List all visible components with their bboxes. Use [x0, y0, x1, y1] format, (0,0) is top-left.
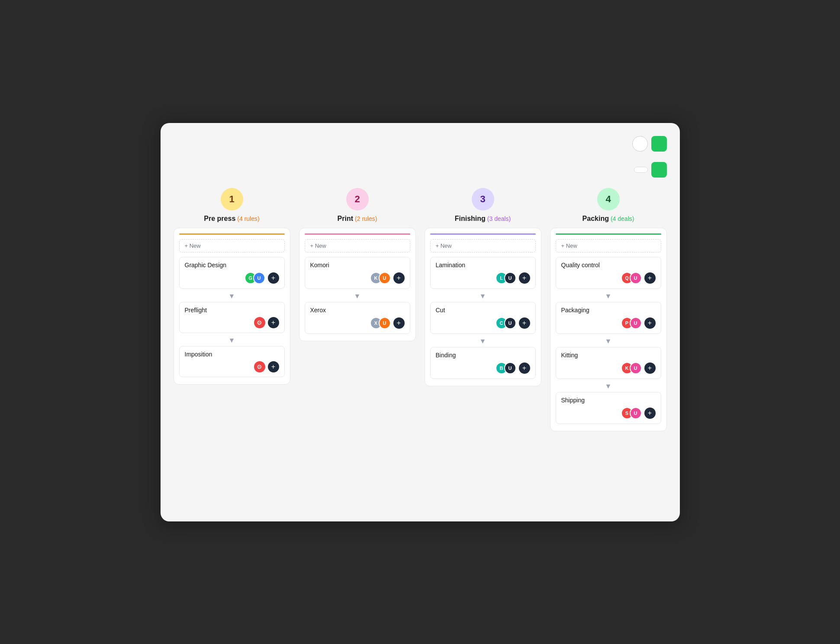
avatar-stack-finishing-0: LU [496, 272, 516, 284]
gear-icon[interactable]: ⚙ [254, 317, 265, 328]
help-button[interactable] [632, 136, 648, 152]
accent-bar-finishing [430, 233, 536, 235]
card-print-0[interactable]: KomoriKU+ [305, 257, 410, 289]
add-assignee-button[interactable]: + [268, 361, 279, 372]
card-footer-print-0: KU+ [310, 272, 405, 284]
column-title-pre-press: Pre press [204, 215, 235, 222]
card-footer-packing-1: PU+ [561, 317, 656, 329]
avatar: U [630, 407, 642, 419]
arrow-down-icon: ▼ [430, 336, 536, 347]
add-to-workflow-button[interactable] [651, 162, 667, 178]
column-finishing: 3Finishing(3 deals)+ NewLaminationLU+▼Cu… [425, 188, 541, 431]
column-meta-pre-press: (4 rules) [237, 215, 259, 222]
card-footer-packing-2: KU+ [561, 362, 656, 374]
avatar: U [630, 272, 642, 284]
card-pre-press-1[interactable]: Preflight⚙+ [179, 302, 285, 333]
card-footer-pre-press-1: ⚙+ [185, 317, 279, 328]
card-print-1[interactable]: XeroxXU+ [305, 302, 410, 334]
add-assignee-button[interactable]: + [268, 317, 279, 328]
card-footer-packing-0: QU+ [561, 272, 656, 284]
arrow-down-icon: ▼ [556, 381, 661, 392]
new-button-print[interactable]: + New [305, 239, 410, 252]
card-finishing-0[interactable]: LaminationLU+ [430, 257, 536, 289]
card-footer-finishing-0: LU+ [436, 272, 530, 284]
card-pre-press-0[interactable]: Graphic DesignGU+ [179, 257, 285, 289]
add-assignee-button[interactable]: + [644, 272, 656, 284]
column-title-row-packing: Packing(4 deals) [550, 215, 667, 223]
avatar-stack-finishing-2: BU [496, 362, 516, 374]
new-button-packing[interactable]: + New [556, 239, 661, 252]
avatar-stack-packing-0: QU [621, 272, 642, 284]
step-circle-print: 2 [346, 188, 369, 210]
header [174, 136, 667, 152]
column-title-row-finishing: Finishing(3 deals) [425, 215, 541, 223]
card-packing-1[interactable]: PackagingPU+ [556, 302, 661, 334]
column-title-row-print: Print(2 rules) [299, 215, 416, 223]
column-title-packing: Packing [583, 215, 609, 222]
card-finishing-1[interactable]: CutCU+ [430, 302, 536, 334]
column-meta-packing: (4 deals) [611, 215, 634, 222]
arrow-down-icon: ▼ [556, 336, 661, 347]
add-assignee-button[interactable]: + [644, 362, 656, 374]
add-assignee-button[interactable]: + [268, 272, 279, 284]
avatar: U [504, 317, 516, 329]
accent-bar-packing [556, 233, 661, 235]
avatar: U [379, 317, 391, 329]
column-header-print: 2Print(2 rules) [299, 188, 416, 223]
new-button-finishing[interactable]: + New [430, 239, 536, 252]
card-packing-0[interactable]: Quality controlQU+ [556, 257, 661, 289]
arrow-down-icon: ▼ [556, 291, 661, 302]
main-window: 1Pre press(4 rules)+ NewGraphic DesignGU… [161, 123, 680, 521]
avatar: U [253, 272, 265, 284]
card-pre-press-2[interactable]: Imposition⚙+ [179, 346, 285, 377]
add-assignee-button[interactable]: + [644, 317, 656, 329]
add-assignee-button[interactable]: + [519, 362, 530, 374]
column-header-packing: 4Packing(4 deals) [550, 188, 667, 223]
add-assignee-button[interactable]: + [519, 272, 530, 284]
card-footer-print-1: XU+ [310, 317, 405, 329]
add-assignee-button[interactable]: + [393, 272, 405, 284]
card-packing-2[interactable]: KittingKU+ [556, 347, 661, 379]
card-footer-finishing-2: BU+ [436, 362, 530, 374]
workflow-selector [634, 162, 667, 178]
column-body-pre-press: + NewGraphic DesignGU+▼Preflight⚙+▼Impos… [174, 228, 290, 385]
card-title-finishing-2: Binding [436, 352, 530, 359]
arrow-down-icon: ▼ [179, 335, 285, 346]
card-title-pre-press-0: Graphic Design [185, 262, 279, 269]
step-circle-finishing: 3 [472, 188, 494, 210]
new-button-pre-press[interactable]: + New [179, 239, 285, 252]
column-print: 2Print(2 rules)+ NewKomoriKU+▼XeroxXU+ [299, 188, 416, 431]
card-packing-3[interactable]: ShippingSU+ [556, 392, 661, 424]
add-assignee-button[interactable]: + [393, 317, 405, 329]
card-finishing-2[interactable]: BindingBU+ [430, 347, 536, 379]
avatar-stack-packing-2: KU [621, 362, 642, 374]
card-footer-pre-press-2: ⚙+ [185, 361, 279, 372]
card-title-pre-press-2: Imposition [185, 351, 279, 358]
column-title-row-pre-press: Pre press(4 rules) [174, 215, 290, 223]
workflow-dropdown[interactable] [634, 167, 648, 173]
column-meta-print: (2 rules) [355, 215, 377, 222]
card-title-finishing-0: Lamination [436, 262, 530, 269]
column-body-print: + NewKomoriKU+▼XeroxXU+ [299, 228, 416, 341]
column-body-finishing: + NewLaminationLU+▼CutCU+▼BindingBU+ [425, 228, 541, 386]
avatar-stack-finishing-1: CU [496, 317, 516, 329]
avatar: U [630, 362, 642, 374]
step-circle-packing: 4 [597, 188, 620, 210]
card-title-packing-0: Quality control [561, 262, 656, 269]
column-pre-press: 1Pre press(4 rules)+ NewGraphic DesignGU… [174, 188, 290, 431]
card-title-print-1: Xerox [310, 307, 405, 314]
column-title-finishing: Finishing [455, 215, 486, 222]
accent-bar-print [305, 233, 410, 235]
gear-icon[interactable]: ⚙ [254, 361, 265, 372]
columns-grid: 1Pre press(4 rules)+ NewGraphic DesignGU… [174, 188, 667, 431]
card-title-packing-2: Kitting [561, 352, 656, 359]
header-actions [632, 136, 667, 152]
add-assignee-button[interactable]: + [644, 408, 656, 419]
column-meta-finishing: (3 deals) [487, 215, 511, 222]
card-title-packing-1: Packaging [561, 307, 656, 314]
add-workflow-button[interactable] [651, 136, 667, 152]
add-assignee-button[interactable]: + [519, 317, 530, 329]
avatar-stack-print-1: XU [370, 317, 391, 329]
avatar: U [379, 272, 391, 284]
avatar: U [630, 317, 642, 329]
